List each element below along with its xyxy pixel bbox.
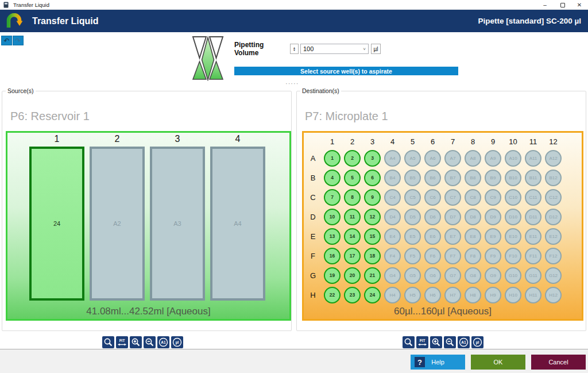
well-H3[interactable]: 24 [364,287,381,303]
well-H10[interactable]: H10 [505,287,521,303]
well-B2[interactable]: 5 [344,170,361,186]
well-D4[interactable]: D4 [384,209,401,225]
well-B9[interactable]: B9 [485,170,501,186]
well-B5[interactable]: B5 [404,170,421,186]
well-B1[interactable]: 4 [324,170,341,186]
well-A3[interactable]: 3 [364,150,381,167]
well-D8[interactable]: D8 [465,209,481,225]
well-D3[interactable]: 12 [364,209,381,225]
well-H2[interactable]: 23 [344,287,361,303]
well-C7[interactable]: C7 [444,189,461,206]
zoom-fit-icon[interactable]: FIT [416,336,428,348]
well-E3[interactable]: 15 [364,228,381,245]
reservoir-well-4[interactable]: A4 [210,147,265,301]
zoom-fit-icon[interactable]: FIT [116,336,128,348]
volume-combobox[interactable]: 100 ˅ [300,44,369,54]
well-H11[interactable]: H11 [525,287,541,303]
well-C2[interactable]: 8 [344,189,361,206]
well-F2[interactable]: 17 [344,248,361,264]
well-A4[interactable]: A4 [384,150,401,167]
well-F9[interactable]: F9 [485,248,501,264]
well-B4[interactable]: B4 [384,170,401,186]
well-C6[interactable]: C6 [424,189,441,206]
well-F1[interactable]: 16 [324,248,341,264]
well-H5[interactable]: H5 [404,287,421,303]
well-F7[interactable]: F7 [444,248,461,264]
well-C8[interactable]: C8 [465,189,481,206]
well-F3[interactable]: 18 [364,248,381,264]
well-G12[interactable]: G12 [545,267,562,284]
well-F6[interactable]: F6 [424,248,441,264]
well-F12[interactable]: F12 [545,248,562,264]
well-E4[interactable]: E4 [384,228,401,245]
reservoir-well-3[interactable]: A3 [150,147,205,301]
well-E11[interactable]: E11 [525,228,541,245]
well-A7[interactable]: A7 [444,150,461,167]
volumes-toggle-icon[interactable]: µl [171,336,183,348]
undo-button[interactable]: ↶ [1,36,12,45]
well-B8[interactable]: B8 [465,170,481,186]
well-H6[interactable]: H6 [424,287,441,303]
well-B11[interactable]: B11 [525,170,541,186]
zoom-in-icon[interactable] [130,336,142,348]
volume-unit-button[interactable]: µl [371,44,381,54]
zoom-out-icon[interactable] [444,336,456,348]
well-F11[interactable]: F11 [525,248,541,264]
well-E12[interactable]: E12 [545,228,562,245]
well-A5[interactable]: A5 [404,150,421,167]
reservoir-well-2[interactable]: A2 [90,147,145,301]
well-D10[interactable]: D10 [505,209,521,225]
well-G3[interactable]: 21 [364,267,381,284]
well-G2[interactable]: 20 [344,267,361,284]
zoom-select-icon[interactable] [403,336,415,348]
well-C11[interactable]: C11 [525,189,541,206]
well-names-toggle-icon[interactable]: A1 [458,336,470,348]
well-G10[interactable]: G10 [505,267,521,284]
well-E2[interactable]: 14 [344,228,361,245]
well-G11[interactable]: G11 [525,267,541,284]
well-H8[interactable]: H8 [465,287,481,303]
minimize-button[interactable]: – [536,0,554,10]
well-G8[interactable]: G8 [465,267,481,284]
well-E7[interactable]: E7 [444,228,461,245]
zoom-in-icon[interactable] [430,336,442,348]
well-D7[interactable]: D7 [444,209,461,225]
well-B7[interactable]: B7 [444,170,461,186]
well-D5[interactable]: D5 [404,209,421,225]
well-A11[interactable]: A11 [525,150,541,167]
well-C10[interactable]: C10 [505,189,521,206]
well-F8[interactable]: F8 [465,248,481,264]
well-H4[interactable]: H4 [384,287,401,303]
well-D11[interactable]: D11 [525,209,541,225]
well-A2[interactable]: 2 [344,150,361,167]
well-H1[interactable]: 22 [324,287,341,303]
well-F10[interactable]: F10 [505,248,521,264]
well-D6[interactable]: D6 [424,209,441,225]
well-D9[interactable]: D9 [485,209,501,225]
well-G7[interactable]: G7 [444,267,461,284]
well-D12[interactable]: D12 [545,209,562,225]
spinner-down-icon[interactable]: ▼ [293,49,296,51]
well-E10[interactable]: E10 [505,228,521,245]
well-G5[interactable]: G5 [404,267,421,284]
well-G4[interactable]: G4 [384,267,401,284]
close-button[interactable]: ✕ [571,0,588,10]
well-C12[interactable]: C12 [545,189,562,206]
well-A6[interactable]: A6 [424,150,441,167]
well-H7[interactable]: H7 [444,287,461,303]
well-A12[interactable]: A12 [545,150,562,167]
ok-button[interactable]: OK [471,355,525,370]
well-B3[interactable]: 6 [364,170,381,186]
well-H12[interactable]: H12 [545,287,562,303]
well-A1[interactable]: 1 [324,150,341,167]
well-C5[interactable]: C5 [404,189,421,206]
well-C4[interactable]: C4 [384,189,401,206]
well-D2[interactable]: 11 [344,209,361,225]
zoom-out-icon[interactable] [144,336,156,348]
well-B6[interactable]: B6 [424,170,441,186]
help-button[interactable]: ? Help [411,355,465,370]
well-C3[interactable]: 9 [364,189,381,206]
well-E8[interactable]: E8 [465,228,481,245]
well-F4[interactable]: F4 [384,248,401,264]
well-D1[interactable]: 10 [324,209,341,225]
